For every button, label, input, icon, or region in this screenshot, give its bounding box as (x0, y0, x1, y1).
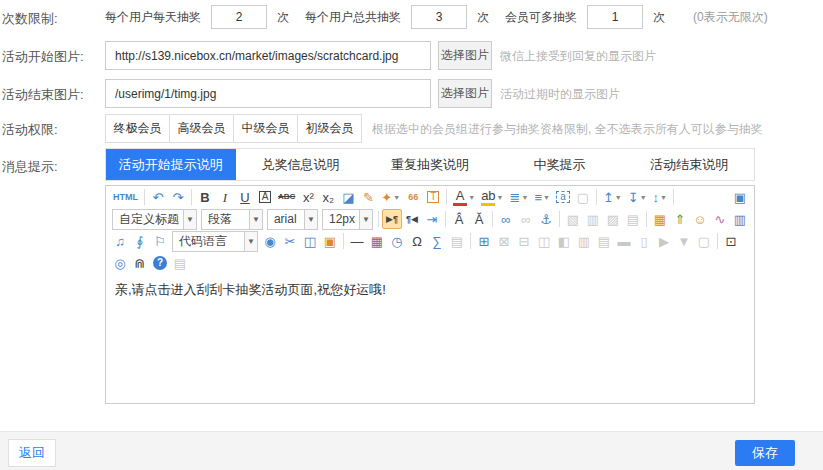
heading-select[interactable]: 自定义标题▼ (112, 209, 197, 230)
bold-icon[interactable]: B (195, 187, 215, 207)
page-break-icon[interactable]: ✂ (280, 231, 300, 251)
total-draw-limit-unit: 次 (477, 9, 489, 26)
unordered-list-icon[interactable]: ≡▼ (531, 187, 553, 207)
limit-note: (0表示无限次) (693, 9, 768, 26)
daily-draw-limit-unit: 次 (277, 9, 289, 26)
music-icon[interactable]: ♫ (110, 231, 130, 251)
total-draw-limit-input[interactable] (411, 5, 467, 29)
toolbar-separator (446, 189, 447, 205)
chevron-down-icon: ▼ (244, 232, 257, 251)
superscript-icon[interactable]: x² (298, 187, 318, 207)
split-cells-icon: ◧ (554, 231, 574, 251)
format-painter-icon[interactable]: ✎ (358, 187, 378, 207)
tab-activity-start-tip[interactable]: 活动开始提示说明 (106, 149, 236, 180)
horizontal-rule-icon[interactable]: — (347, 231, 367, 251)
member-extra-draw-label: 会员可多抽奖 (505, 9, 577, 26)
ordered-list-icon[interactable]: ≣▼ (507, 187, 532, 207)
font-size-select[interactable]: 12px▼ (322, 209, 373, 230)
code-language-select-value: 代码语言 (173, 233, 244, 250)
anchor-icon[interactable]: ⚓ (536, 209, 556, 229)
font-color-icon[interactable]: A▼ (450, 187, 478, 207)
insert-video-icon[interactable]: ▥ (730, 209, 750, 229)
attachment-icon[interactable]: ∮ (130, 231, 150, 251)
subscript-icon[interactable]: x₂ (318, 187, 338, 207)
remove-format-icon[interactable]: ◪ (338, 187, 358, 207)
auto-typeset-icon[interactable]: ✦▼ (378, 187, 403, 207)
chevron-down-icon: ▼ (183, 210, 196, 229)
start-image-pick-button[interactable]: 选择图片 (438, 41, 492, 70)
member-ultimate-button[interactable]: 终极会员 (105, 114, 170, 143)
tab-win-notice[interactable]: 中奖提示 (495, 149, 625, 180)
insert-table-icon[interactable]: ⊞ (474, 231, 494, 251)
code-language-select[interactable]: 代码语言▼ (172, 231, 258, 252)
insert-map-icon[interactable]: ⚐ (150, 231, 170, 251)
toolbar-separator (144, 189, 145, 205)
message-tabs: 活动开始提示说明兑奖信息说明重复抽奖说明中奖提示活动结束说明 (105, 148, 755, 181)
tab-activity-end[interactable]: 活动结束说明 (624, 149, 754, 180)
toolbar-separator (492, 211, 493, 227)
anchor-ref-icon[interactable]: a (553, 187, 573, 207)
daily-draw-limit-input[interactable] (211, 5, 267, 29)
editor-content[interactable]: 亲,请点击进入刮刮卡抽奖活动页面,祝您好运哦! (106, 274, 754, 403)
member-senior-button[interactable]: 高级会员 (169, 114, 234, 143)
insert-formula-icon[interactable]: ∑ (427, 231, 447, 251)
font-size-select-value: 12px (323, 212, 359, 226)
upload-image-icon[interactable]: ⇑ (670, 209, 690, 229)
direction-rtl-icon[interactable]: ¶◀ (402, 209, 422, 229)
fullscreen-icon[interactable]: ▣ (730, 187, 750, 207)
special-chars-icon[interactable]: Ω (407, 231, 427, 251)
edit-template-icon: ▤ (447, 231, 467, 251)
start-image-hint: 微信上接受到回复的显示图片 (500, 48, 656, 65)
save-button[interactable]: 保存 (735, 440, 795, 466)
font-family-select[interactable]: arial▼ (267, 209, 318, 230)
insert-image-icon[interactable]: ▦ (650, 209, 670, 229)
underline-icon[interactable]: U (235, 187, 255, 207)
redo-icon[interactable]: ↷ (168, 187, 188, 207)
print-icon[interactable]: ⊡ (721, 231, 741, 251)
search-replace-icon[interactable]: ⋒ (130, 253, 150, 273)
scrawl-icon[interactable]: ∿ (710, 209, 730, 229)
source-code-icon[interactable]: HTML (110, 187, 141, 207)
help-icon[interactable]: ? (150, 253, 170, 273)
paragraph-spacing-before-icon[interactable]: ↥▼ (600, 187, 625, 207)
strikethrough-icon[interactable]: ABC (275, 187, 298, 207)
toolbar-separator (191, 189, 192, 205)
start-image-input[interactable] (105, 41, 431, 70)
google-map-icon[interactable]: ◉ (260, 231, 280, 251)
blockquote-icon[interactable]: 66 (403, 187, 423, 207)
merge-down-icon: ▼ (674, 231, 694, 251)
char-border-icon[interactable]: A (255, 187, 275, 207)
table-title-row-icon: ⊟ (514, 231, 534, 251)
member-middle-button[interactable]: 中级会员 (233, 114, 298, 143)
paragraph-select[interactable]: 段落▼ (201, 209, 263, 230)
insert-time-icon[interactable]: ◷ (387, 231, 407, 251)
emotion-icon[interactable]: ☺ (690, 209, 710, 229)
toolbar-separator (445, 211, 446, 227)
italic-icon[interactable]: I (215, 187, 235, 207)
background-color-icon[interactable]: ab▼ (478, 187, 506, 207)
paragraph-select-value: 段落 (202, 211, 249, 228)
direction-ltr-icon[interactable]: ▶¶ (382, 209, 402, 229)
toolbar-separator (470, 233, 471, 249)
member-extra-draw-input[interactable] (587, 5, 643, 29)
end-image-input[interactable] (105, 79, 431, 108)
tab-repeat-draw[interactable]: 重复抽奖说明 (365, 149, 495, 180)
paragraph-spacing-after-icon[interactable]: ↧▼ (625, 187, 650, 207)
back-button[interactable]: 返回 (8, 439, 56, 467)
image-align-left-icon: ▧ (563, 209, 583, 229)
font-size-increase-icon[interactable]: Â (449, 209, 469, 229)
member-junior-button[interactable]: 初级会员 (297, 114, 362, 143)
end-image-pick-button[interactable]: 选择图片 (438, 79, 492, 108)
preview-icon[interactable]: ◎ (110, 253, 130, 273)
paste-plain-text-icon[interactable]: T (423, 187, 443, 207)
insert-iframe-icon[interactable]: ◫ (300, 231, 320, 251)
tab-redeem-info[interactable]: 兑奖信息说明 (236, 149, 366, 180)
indent-icon[interactable]: ⇥ (422, 209, 442, 229)
insert-date-icon[interactable]: ▦ (367, 231, 387, 251)
font-size-decrease-icon[interactable]: Ǎ (469, 209, 489, 229)
line-height-icon[interactable]: ↕▼ (650, 187, 670, 207)
screenshot-icon[interactable]: ▣ (320, 231, 340, 251)
insert-column-icon: ▤ (594, 231, 614, 251)
link-icon[interactable]: ∞ (496, 209, 516, 229)
undo-icon[interactable]: ↶ (148, 187, 168, 207)
